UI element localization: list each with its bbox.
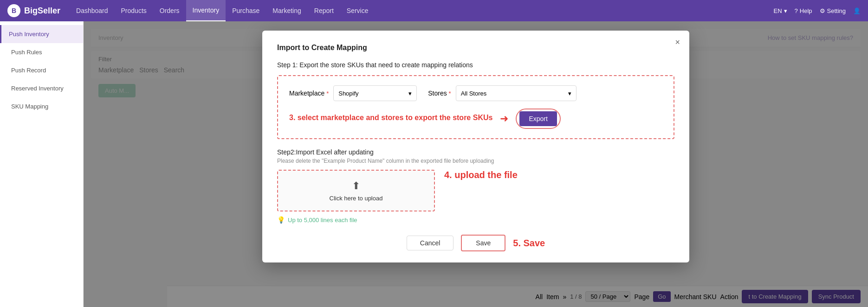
main-content: Inventory How to set SKU mapping rules? … [84,21,868,307]
stores-required-star: * [449,90,451,97]
annotation3-row: 3. select marketplace and stores to expo… [289,109,662,129]
sidebar-item-push-inventory[interactable]: Push Inventory [0,25,83,43]
annotation3-text: 3. select marketplace and stores to expo… [289,114,492,122]
logo-icon: B [7,4,20,17]
stores-field: Stores * All Stores ▾ [428,85,576,101]
nav-purchase[interactable]: Purchase [226,0,266,21]
sidebar-item-reserved-inventory[interactable]: Reserved Inventory [0,79,83,97]
cancel-button[interactable]: Cancel [407,236,454,250]
nav-report[interactable]: Report [308,0,340,21]
stores-label: Stores * [428,90,451,97]
main-layout: Push Inventory Push Rules Push Record Re… [0,21,868,307]
app-name: BigSeller [24,6,60,16]
modal-footer: Cancel Save 5. Save [277,235,674,251]
bulb-icon: 💡 [277,216,285,224]
upload-area-wrap: ⬆ Click here to upload 💡 Up to 5,000 lin… [277,170,674,224]
import-mapping-modal: × Import to Create Mapping Step 1: Expor… [262,31,689,262]
nav-products[interactable]: Products [115,0,153,21]
step2-title: Step2:Import Excel after updating [277,148,674,156]
lang-selector[interactable]: EN ▾ [773,7,787,14]
user-icon: 👤 [853,7,861,14]
setting-link[interactable]: ⚙ Setting [820,7,846,14]
annotation4-text: 4. upload the file [444,170,518,180]
save-button[interactable]: Save [463,237,504,249]
upload-icon: ⬆ [352,180,360,192]
step1-box: Marketplace * Shopify ▾ Stores [277,75,674,139]
form-row-marketplace-stores: Marketplace * Shopify ▾ Stores [289,85,662,101]
step2-subtitle: Please delete the "Example Product Name"… [277,158,674,164]
sidebar: Push Inventory Push Rules Push Record Re… [0,21,84,307]
export-button[interactable]: Export [519,111,557,126]
step1-title: Step 1: Export the store SKUs that need … [277,61,674,69]
app-logo[interactable]: B BigSeller [7,4,60,17]
marketplace-select[interactable]: Shopify ▾ [333,85,417,101]
nav-service[interactable]: Service [340,0,375,21]
top-nav: B BigSeller Dashboard Products Orders In… [0,0,868,21]
modal-overlay: × Import to Create Mapping Step 1: Expor… [84,21,868,307]
annotation5-text: 5. Save [513,238,545,249]
save-button-wrap: Save [461,235,505,251]
help-icon: ? [795,7,798,14]
sidebar-item-push-rules[interactable]: Push Rules [0,43,83,61]
help-link[interactable]: ? Help [795,7,812,14]
sidebar-item-sku-mapping[interactable]: SKU Mapping [0,97,83,115]
upload-text: Click here to upload [330,195,383,202]
upload-box[interactable]: ⬆ Click here to upload [277,170,435,211]
nav-right: EN ▾ ? Help ⚙ Setting 👤 [773,7,861,14]
sidebar-item-push-record[interactable]: Push Record [0,61,83,79]
export-button-circle: Export [516,109,560,129]
arrow-right-icon: ➜ [500,113,508,125]
user-avatar[interactable]: 👤 [853,7,861,14]
chevron-down-icon: ▾ [568,90,571,97]
modal-title: Import to Create Mapping [277,44,674,52]
step2-section: Step2:Import Excel after updating Please… [277,148,674,224]
file-limit: 💡 Up to 5,000 lines each file [277,216,435,224]
nav-orders[interactable]: Orders [153,0,186,21]
marketplace-required-star: * [326,90,329,97]
gear-icon: ⚙ [820,7,825,14]
marketplace-field: Marketplace * Shopify ▾ [289,85,417,101]
nav-inventory[interactable]: Inventory [186,0,226,21]
chevron-down-icon: ▾ [408,90,412,97]
nav-dashboard[interactable]: Dashboard [70,0,115,21]
nav-marketing[interactable]: Marketing [266,0,307,21]
stores-select[interactable]: All Stores ▾ [456,85,577,101]
modal-close-button[interactable]: × [675,38,680,46]
marketplace-label: Marketplace * [289,90,329,97]
chevron-down-icon: ▾ [784,7,787,14]
